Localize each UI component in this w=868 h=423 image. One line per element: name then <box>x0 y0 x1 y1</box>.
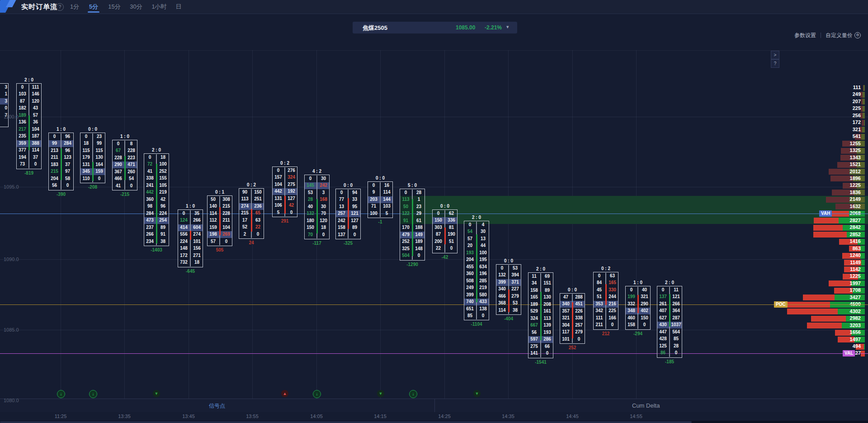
ask-volume: 38 <box>157 239 169 244</box>
ask-volume: 1037 <box>670 322 682 327</box>
ask-volume: 271 <box>191 253 203 258</box>
price-axis-label: 1095.0 <box>4 184 19 190</box>
ask-volume: 85 <box>670 336 682 341</box>
ask-volume: 30 <box>317 204 330 209</box>
panel-help-button[interactable]: ? <box>771 59 779 68</box>
tab-15分[interactable]: 15分 <box>106 0 123 12</box>
ask-volume: 251 <box>252 196 264 201</box>
profile-value: 172 <box>829 119 861 125</box>
bid-volume: 732 <box>178 260 190 265</box>
bid-volume: 157 <box>272 175 284 180</box>
signal-down-icon[interactable]: ▼ <box>153 390 160 397</box>
bid-volume: 235 <box>16 133 28 138</box>
settings-button[interactable]: 参数设置 <box>794 32 816 38</box>
bid-volume: 377 <box>16 147 28 152</box>
bid-volume: 114 <box>496 308 508 313</box>
instrument-selector[interactable]: 焦煤2505 1085.00 -2.21% ▾ <box>353 22 517 33</box>
signal-up-icon[interactable]: ▲ <box>281 390 288 397</box>
bid-volume: 131 <box>80 162 92 167</box>
signal-buy-icon[interactable]: ↓ <box>409 390 417 398</box>
ask-volume: 0 <box>125 183 137 188</box>
bid-volume: 194 <box>16 155 28 160</box>
profile-bar-ask <box>864 344 865 350</box>
ask-volume: 120 <box>29 99 42 104</box>
ask-volume: 161 <box>541 309 553 314</box>
bid-volume: 242 <box>335 218 348 223</box>
profile-value: 1497 <box>829 337 861 342</box>
bid-volume: 0 <box>593 273 605 278</box>
signal-section-label: 信号点 <box>209 402 225 410</box>
val-badge: VAL <box>843 350 855 356</box>
footprint-header: 1 : 0 <box>625 280 651 285</box>
ask-volume: 130 <box>541 295 553 299</box>
bid-volume: 249 <box>464 285 476 290</box>
ask-volume: 330 <box>606 287 618 292</box>
profile-bar-ask <box>863 85 865 91</box>
ask-volume: 127 <box>349 218 361 223</box>
time-gridline <box>61 50 61 421</box>
signal-buy-icon[interactable]: ↓ <box>89 390 97 398</box>
ask-volume: 244 <box>606 294 618 299</box>
profile-value: 321 <box>829 127 861 132</box>
ask-volume: 51 <box>445 239 458 244</box>
tab-1小时[interactable]: 1小时 <box>149 0 169 12</box>
column-delta: -117 <box>304 241 330 246</box>
tab-30分[interactable]: 30分 <box>127 0 145 12</box>
profile-value: 1416 <box>829 238 861 244</box>
expand-button[interactable]: > <box>771 51 779 59</box>
bid-volume: 51 <box>593 294 605 299</box>
ask-volume: 276 <box>285 168 297 173</box>
bid-volume: 91 <box>400 218 412 223</box>
footprint-header: 2 : 0 <box>144 147 169 152</box>
ask-volume: 266 <box>191 218 203 223</box>
ask-volume: 44 <box>477 243 489 248</box>
ask-volume: 242 <box>317 183 330 188</box>
bid-volume: 56 <box>48 183 61 188</box>
signal-buy-icon[interactable]: ↓ <box>313 390 321 398</box>
profile-value: 2149 <box>829 196 861 202</box>
bid-volume: 324 <box>528 316 540 321</box>
bid-volume: 466 <box>112 176 124 181</box>
signal-buy-icon[interactable]: ↓ <box>57 390 65 398</box>
signal-down-icon[interactable]: ▼ <box>473 390 481 397</box>
profile-value: 1632 <box>829 204 861 209</box>
ask-volume: 37 <box>61 162 74 167</box>
signal-down-icon[interactable]: ▼ <box>377 390 384 397</box>
time-gridline <box>124 50 125 421</box>
gear-icon[interactable]: ⚙ <box>854 32 861 38</box>
bid-volume: 0 <box>178 211 190 216</box>
custom-volume-button[interactable]: 自定义量价 <box>826 32 853 38</box>
scrollbar-thumb[interactable] <box>0 421 692 423</box>
time-axis[interactable]: 11:2513:3513:4513:5514:0514:1514:2514:35… <box>0 412 868 421</box>
bid-volume: 473 <box>144 218 156 223</box>
bid-volume: 73 <box>16 162 28 166</box>
ask-volume: 0 <box>413 253 425 258</box>
time-axis-label: 13:35 <box>118 413 131 419</box>
instrument-name: 焦煤2505 <box>363 24 387 32</box>
ask-volume: 144 <box>381 197 393 202</box>
footprint-column-partial[interactable] <box>0 83 9 127</box>
bid-volume: 158 <box>625 322 637 327</box>
bid-volume: 211 <box>48 155 61 160</box>
ask-volume: 216 <box>606 301 618 306</box>
footprint-header: 0 : 0 <box>432 204 458 209</box>
bid-volume: 28 <box>304 197 316 202</box>
ask-volume: 0 <box>93 176 105 181</box>
bid-volume: 204 <box>464 257 476 262</box>
bid-volume: 348 <box>625 308 637 313</box>
chevron-down-icon[interactable]: ▾ <box>506 24 509 30</box>
ask-volume: 96 <box>61 148 74 153</box>
tab-1分[interactable]: 1分 <box>68 0 81 12</box>
ask-volume: 156 <box>191 246 203 251</box>
ask-volume: 226 <box>573 309 585 314</box>
tab-日[interactable]: 日 <box>174 0 184 12</box>
ask-volume: 130 <box>93 155 105 160</box>
help-icon[interactable]: ? <box>56 3 64 11</box>
column-delta: -185 <box>657 359 682 364</box>
bid-volume: 213 <box>48 148 61 153</box>
ask-volume: 338 <box>573 315 585 320</box>
ask-volume: 336 <box>445 218 458 223</box>
bid-volume: 0 <box>144 155 156 160</box>
footprint-cell: 3 <box>0 85 7 90</box>
tab-5分[interactable]: 5分 <box>86 0 101 12</box>
